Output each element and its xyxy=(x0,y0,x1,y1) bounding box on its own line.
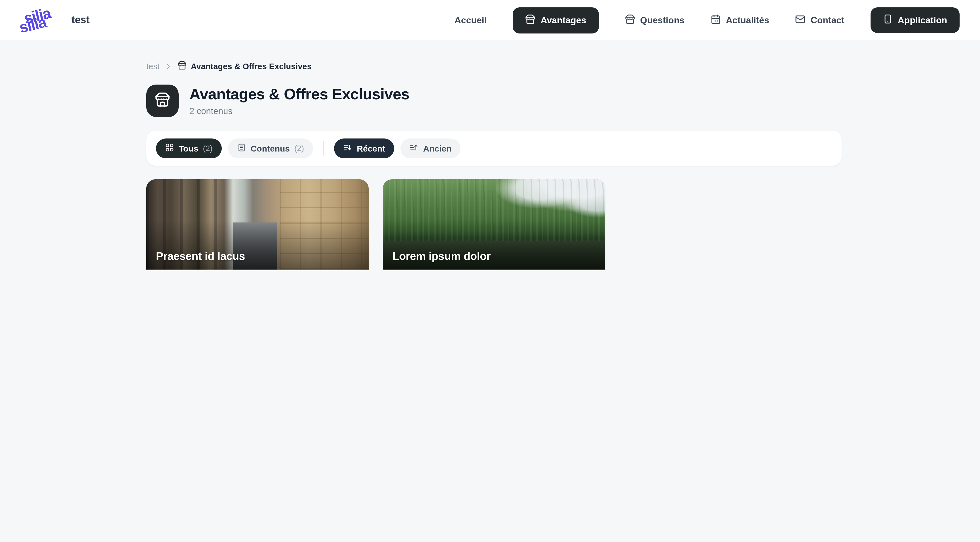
content-card[interactable]: Praesent id lacus Lorem ipsum dolor sit … xyxy=(146,179,369,271)
sort-label: Récent xyxy=(357,143,385,153)
sort-desc-icon xyxy=(343,143,352,153)
navbar-brand: silia silia test xyxy=(19,6,90,34)
filter-count: (2) xyxy=(203,143,212,153)
nav-item-contact[interactable]: Contact xyxy=(795,14,845,26)
filter-count: (2) xyxy=(294,143,304,153)
navbar-menu: Accueil Avantages Questions Actualités C… xyxy=(455,7,959,33)
grid-icon xyxy=(165,143,174,153)
breadcrumb-root-link[interactable]: test xyxy=(146,62,160,71)
nav-item-accueil[interactable]: Accueil xyxy=(455,15,487,25)
card-cover-image: Lorem ipsum dolor xyxy=(383,179,605,269)
breadcrumb-current: Avantages & Offres Exclusives xyxy=(178,61,312,72)
filter-contenus-button[interactable]: Contenus (2) xyxy=(228,138,313,158)
nav-item-label: Contact xyxy=(811,15,845,25)
filter-tous-button[interactable]: Tous (2) xyxy=(156,138,222,158)
content-grid: Praesent id lacus Lorem ipsum dolor sit … xyxy=(146,179,842,271)
nav-item-label: Questions xyxy=(640,15,684,25)
mail-icon xyxy=(795,14,806,26)
filter-label: Contenus xyxy=(251,143,290,153)
store-icon xyxy=(525,14,536,26)
document-icon xyxy=(237,143,246,153)
filter-label: Tous xyxy=(179,143,198,153)
nav-item-actualites[interactable]: Actualités xyxy=(711,14,769,26)
nav-item-questions[interactable]: Questions xyxy=(625,14,684,26)
content-card[interactable]: Lorem ipsum dolor Lorem ipsum dolor sit … xyxy=(383,179,605,271)
card-title: Lorem ipsum dolor xyxy=(393,250,490,263)
sort-label: Ancien xyxy=(423,143,452,153)
store-icon xyxy=(155,92,170,110)
silia-logo[interactable]: silia silia xyxy=(19,6,57,34)
card-title: Praesent id lacus xyxy=(156,250,245,263)
calendar-icon xyxy=(711,14,721,26)
sort-ancien-button[interactable]: Ancien xyxy=(400,138,460,158)
top-navbar: silia silia test Accueil Avantages Quest… xyxy=(0,0,980,40)
page: silia silia test Accueil Avantages Quest… xyxy=(0,0,980,271)
main-content: test Avantages & Offres Exclusives Avant… xyxy=(0,61,980,271)
page-title: Avantages & Offres Exclusives xyxy=(189,85,409,103)
nav-item-avantages[interactable]: Avantages xyxy=(513,7,599,33)
nav-item-label: Actualités xyxy=(726,15,769,25)
nav-item-label: Avantages xyxy=(541,15,586,25)
breadcrumb: test Avantages & Offres Exclusives xyxy=(146,61,842,72)
application-button-label: Application xyxy=(898,15,947,25)
smartphone-icon xyxy=(883,14,892,26)
section-icon-tile xyxy=(146,84,179,117)
store-icon xyxy=(178,61,187,72)
toolbar-divider xyxy=(323,141,324,156)
card-cover-image: Praesent id lacus xyxy=(146,179,369,269)
store-icon xyxy=(625,14,635,26)
filter-toolbar: Tous (2) Contenus (2) Récent Ancien xyxy=(146,131,842,166)
workspace-name: test xyxy=(72,14,90,26)
breadcrumb-current-label: Avantages & Offres Exclusives xyxy=(191,62,312,71)
application-button[interactable]: Application xyxy=(870,7,959,33)
page-header: Avantages & Offres Exclusives 2 contenus xyxy=(146,84,842,117)
card-body: Lorem ipsum dolor sit amet, consectetur … xyxy=(383,269,605,271)
card-body: Lorem ipsum dolor sit amet, consectetur … xyxy=(146,269,369,271)
nav-item-label: Accueil xyxy=(455,15,487,25)
page-subtitle: 2 contenus xyxy=(189,106,409,116)
chevron-right-icon xyxy=(165,62,173,70)
sort-recent-button[interactable]: Récent xyxy=(334,138,394,158)
sort-asc-icon xyxy=(409,143,418,153)
